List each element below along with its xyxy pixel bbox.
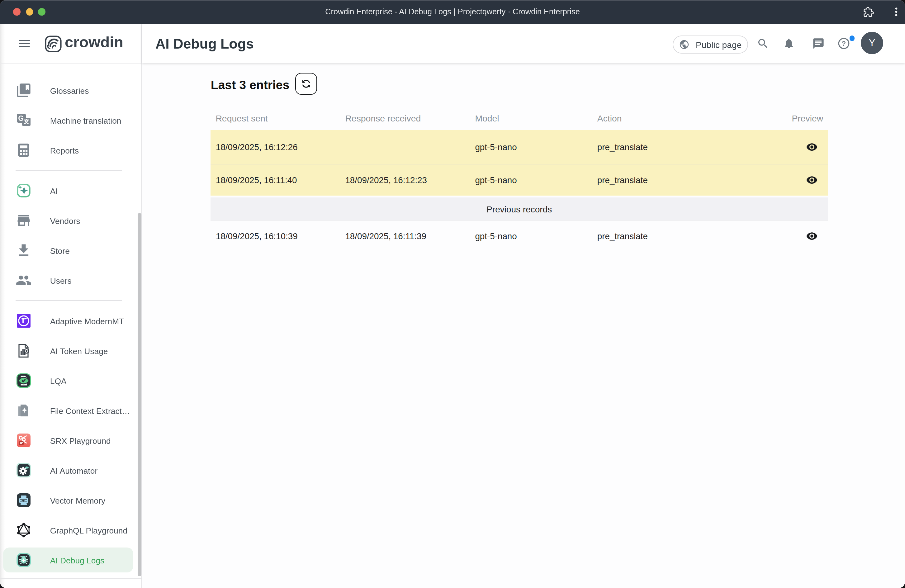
svg-text:G: G <box>18 114 24 122</box>
svg-text:?: ? <box>841 39 846 47</box>
